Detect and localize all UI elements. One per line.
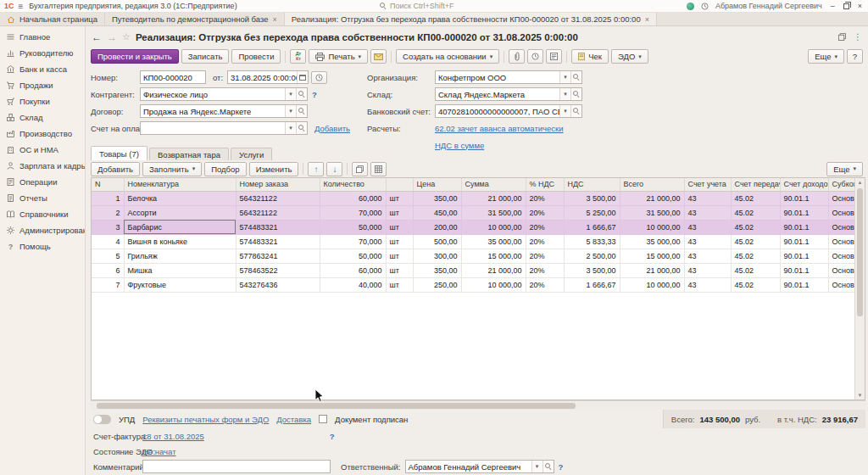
open-icon[interactable] [296, 88, 307, 100]
cell[interactable]: 1 666,67 [564, 220, 620, 234]
sidebar-item-production[interactable]: Производство [0, 126, 85, 142]
check-button[interactable]: Чек [571, 49, 609, 64]
cell[interactable]: 450,00 [413, 205, 461, 220]
cell[interactable]: шт [386, 234, 413, 249]
cell[interactable]: 10 000,00 [461, 277, 526, 292]
calendar-icon[interactable] [297, 71, 308, 83]
cell[interactable]: 10 000,00 [461, 220, 526, 234]
cell[interactable]: Мишка [124, 263, 236, 277]
cell[interactable]: 5 250,00 [564, 205, 620, 220]
cell[interactable]: 5 833,33 [564, 234, 620, 249]
cell[interactable]: 43 [684, 220, 731, 234]
column-header[interactable]: Всего [620, 178, 684, 191]
cell[interactable]: 350,00 [413, 263, 461, 277]
tab-home[interactable]: Начальная страница [0, 13, 105, 25]
global-search[interactable]: Поиск Ctrl+Shift+F [380, 2, 453, 10]
cell[interactable]: 564321122 [236, 205, 320, 220]
help-button[interactable]: ? [847, 49, 863, 64]
cell[interactable]: Фруктовые [124, 277, 236, 292]
cell[interactable]: 90.01.1 [780, 220, 828, 234]
edo-button[interactable]: ЭДО▾ [611, 49, 648, 64]
post-button[interactable]: Провести [231, 49, 281, 64]
open-icon[interactable] [296, 122, 307, 134]
scroll-thumb[interactable] [857, 188, 863, 316]
create-from-button[interactable]: Создать на основании▾ [396, 49, 499, 64]
cell[interactable]: 500,00 [413, 234, 461, 249]
cell[interactable]: 90.01.1 [780, 277, 828, 292]
cell[interactable]: 10 000,00 [620, 277, 684, 292]
cell[interactable]: 21 000,00 [461, 191, 526, 205]
cell[interactable]: 43 [684, 191, 731, 205]
cell[interactable]: 6 [92, 263, 124, 277]
invoice-factura-link[interactable]: 18 от 31.08.2025 [142, 432, 204, 441]
close-window-button[interactable]: × [856, 3, 864, 10]
number-field[interactable]: КП00-000020 [140, 70, 206, 84]
cell[interactable]: Основная н [828, 277, 854, 292]
cell[interactable]: 45.02 [731, 205, 780, 220]
table-row[interactable]: 1Белочка56432112260,000шт350,0021 000,00… [92, 191, 854, 205]
close-tab-icon[interactable]: × [645, 15, 649, 24]
choose-icon[interactable]: ▾ [559, 88, 570, 100]
cell[interactable]: 20% [526, 191, 564, 205]
sidebar-item-sales[interactable]: Продажи [0, 77, 85, 93]
email-button[interactable] [370, 49, 387, 64]
scroll-up-icon[interactable]: ▲ [858, 180, 863, 185]
cell[interactable]: 20% [526, 263, 564, 277]
vertical-scrollbar[interactable]: ▲ ▼ [854, 178, 865, 400]
history-button[interactable] [527, 49, 543, 64]
invoice-field[interactable]: ▾ [140, 121, 308, 135]
cell[interactable]: 574483321 [236, 220, 320, 234]
cell[interactable]: 20% [526, 220, 564, 234]
choose-icon[interactable]: ▾ [285, 122, 296, 134]
current-user[interactable]: Абрамов Геннадий Сергеевич [715, 2, 822, 10]
post-close-button[interactable]: Провести и закрыть [91, 49, 179, 64]
choose-icon[interactable]: ▾ [285, 88, 296, 100]
cell[interactable]: 60,000 [320, 191, 386, 205]
table-row[interactable]: 3Барбарис57448332150,000шт200,0010 000,0… [92, 220, 854, 234]
cell[interactable]: 2 [92, 205, 124, 220]
table-row[interactable]: 5Грильяж57786324150,000шт300,0015 000,00… [92, 249, 854, 263]
choose-icon[interactable]: ▾ [559, 105, 570, 117]
cell[interactable]: Ассорти [124, 205, 236, 220]
sidebar-item-manager[interactable]: Руководителю [0, 45, 85, 61]
column-header[interactable]: Счет передачи [731, 178, 780, 191]
tab-goods[interactable]: Товары (7) [91, 146, 147, 160]
cell[interactable]: шт [386, 191, 413, 205]
cell[interactable]: шт [386, 205, 413, 220]
close-tab-icon[interactable]: × [273, 15, 277, 24]
cell[interactable]: 90.01.1 [780, 205, 828, 220]
get-link-icon[interactable] [838, 33, 846, 41]
cell[interactable]: 564321122 [236, 191, 320, 205]
copy-row-button[interactable] [352, 162, 368, 176]
cell[interactable]: Основная н [828, 234, 854, 249]
cell[interactable]: Основная н [828, 220, 854, 234]
warehouse-field[interactable]: Склад Яндекс.Маркета▾ [435, 87, 582, 101]
sidebar-item-help[interactable]: ?Помощь [0, 238, 85, 254]
sidebar-item-main[interactable]: Главное [0, 29, 85, 45]
table-row[interactable]: 7Фруктовые54327643640,000шт250,0010 000,… [92, 277, 854, 292]
cell[interactable]: 43 [684, 263, 731, 277]
tab-services[interactable]: Услуги [231, 148, 272, 160]
add-invoice-link[interactable]: Добавить [314, 124, 350, 133]
cell[interactable]: 31 500,00 [461, 205, 526, 220]
move-down-button[interactable]: ↓ [326, 162, 342, 176]
cell[interactable]: 43 [684, 277, 731, 292]
cell[interactable]: 300,00 [413, 249, 461, 263]
cell[interactable]: 3 500,00 [564, 191, 620, 205]
cell[interactable]: 35 000,00 [620, 234, 684, 249]
cell[interactable]: 50,000 [320, 249, 386, 263]
cell[interactable]: 20% [526, 277, 564, 292]
cell[interactable]: Барбарис [124, 220, 236, 234]
cell[interactable]: 21 000,00 [620, 263, 684, 277]
cell[interactable]: 20% [526, 234, 564, 249]
cell[interactable]: 20% [526, 249, 564, 263]
cell[interactable]: Основная н [828, 205, 854, 220]
cell[interactable]: 21 000,00 [461, 263, 526, 277]
document-number-settings-button[interactable] [311, 71, 327, 84]
choose-icon[interactable]: ▾ [285, 105, 296, 117]
cell[interactable]: 43 [684, 205, 731, 220]
document-signed-checkbox[interactable] [319, 415, 327, 423]
date-field[interactable]: 31.08.2025 0:00:00 [227, 70, 309, 84]
vat-in-sum-link[interactable]: НДС в сумме [435, 141, 484, 150]
open-icon[interactable] [570, 71, 581, 83]
